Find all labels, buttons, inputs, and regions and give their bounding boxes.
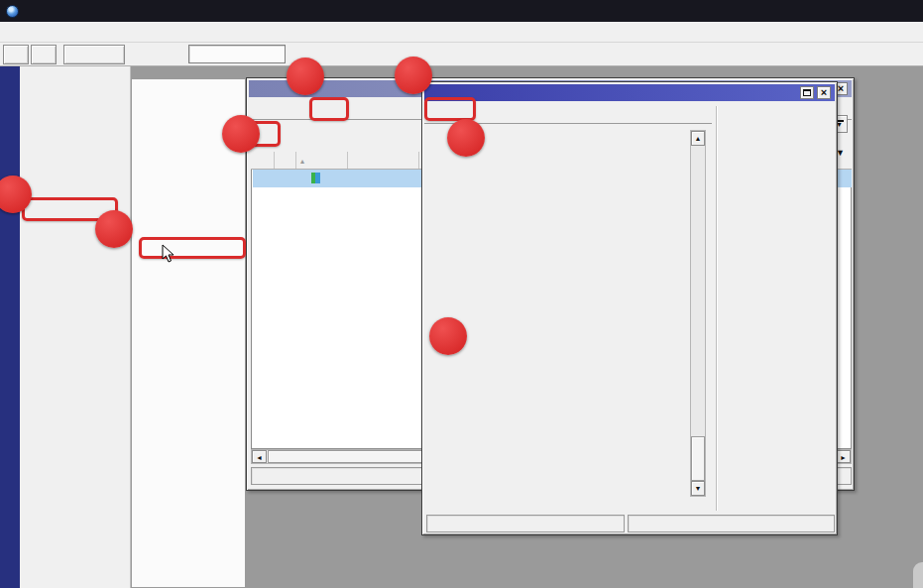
main-toolbar [0, 43, 923, 66]
maximize-icon[interactable] [800, 86, 814, 99]
column-header-num[interactable] [251, 152, 275, 169]
winbox-app: × ▴ ▼ ▼ ◄ ► [0, 0, 923, 588]
step-4-badge [222, 115, 260, 153]
scroll-left-icon[interactable]: ◄ [252, 450, 267, 463]
scroll-up-icon[interactable]: ▲ [691, 131, 705, 146]
annotation-box-firewall [139, 237, 246, 259]
corner-blob [913, 562, 923, 588]
sort-indicator-icon: ▴ [300, 157, 304, 166]
nat-rule-window: × ▲ ▼ [421, 81, 838, 535]
annotation-box-general-tab [424, 97, 476, 121]
main-titlebar [0, 0, 923, 22]
nat-rule-status [426, 515, 625, 532]
column-header-blank[interactable] [275, 152, 296, 169]
step-7-badge [429, 317, 467, 355]
column-header-action[interactable]: ▴ [296, 152, 348, 169]
session-input[interactable] [188, 45, 286, 63]
brand-strip [0, 66, 20, 588]
nat-v-scrollbar[interactable]: ▲ ▼ [690, 130, 706, 497]
undo-icon[interactable] [3, 45, 29, 64]
masquerade-icon [311, 173, 320, 183]
menu-settings[interactable] [20, 29, 40, 35]
step-6-badge [447, 119, 485, 157]
main-menubar [0, 22, 923, 43]
annotation-box-nat-tab [309, 97, 349, 121]
scroll-down-icon[interactable]: ▼ [691, 481, 705, 496]
menu-dashboard[interactable] [40, 29, 59, 35]
scroll-right-icon[interactable]: ► [836, 450, 851, 463]
step-3-badge [287, 58, 324, 95]
scroll-thumb[interactable] [268, 450, 436, 463]
nat-rule-status-right [628, 515, 835, 532]
scroll-thumb[interactable] [691, 436, 705, 481]
redo-icon[interactable] [31, 45, 57, 64]
winbox-globe-icon [6, 5, 19, 18]
step-5-badge [395, 57, 432, 94]
column-header-chain[interactable] [348, 152, 419, 169]
close-icon[interactable]: × [817, 86, 831, 99]
safe-mode-button[interactable] [63, 45, 125, 64]
ip-submenu [131, 78, 246, 588]
mouse-cursor-icon [162, 244, 174, 263]
sidebar [20, 66, 131, 588]
menu-session[interactable] [0, 29, 20, 35]
step-2-badge [95, 210, 133, 248]
